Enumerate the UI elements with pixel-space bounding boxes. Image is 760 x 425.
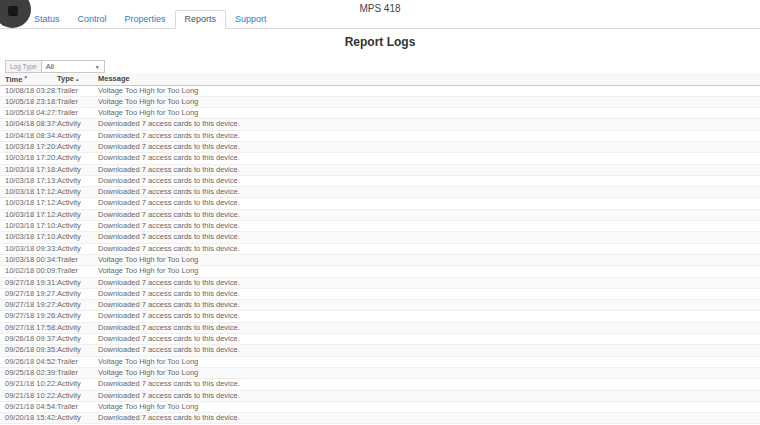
table-row: 09/27/18 19:31:40ActivityDownloaded 7 ac…	[0, 277, 760, 288]
log-type-filter-group: Log Type All ▼	[5, 60, 105, 73]
cell-message: Downloaded 7 access cards to this device…	[98, 198, 760, 209]
table-row: 10/03/18 17:12:48ActivityDownloaded 7 ac…	[0, 198, 760, 209]
cell-type: Trailer	[57, 108, 98, 119]
dropdown-caret-icon: ▼	[95, 64, 100, 70]
tab-status[interactable]: Status	[25, 11, 69, 28]
log-type-selected-value: All	[46, 62, 54, 71]
cell-type: Activity	[57, 300, 98, 311]
column-header-type-label: Type	[57, 74, 74, 83]
report-logs-table: Time ▾ Type ▴ Message 10/08/18 03:28:06T…	[0, 73, 760, 425]
tab-control[interactable]: Control	[69, 11, 116, 28]
cell-type: Activity	[57, 413, 98, 424]
cell-message: Downloaded 7 access cards to this device…	[98, 390, 760, 401]
table-row: 10/05/18 23:18:25TrailerVoltage Too High…	[0, 96, 760, 107]
table-row: 10/04/18 08:37:06ActivityDownloaded 7 ac…	[0, 119, 760, 130]
table-row: 10/03/18 09:33:58ActivityDownloaded 7 ac…	[0, 243, 760, 254]
sort-indicator-time-icon: ▾	[24, 74, 27, 80]
cell-message: Downloaded 7 access cards to this device…	[98, 345, 760, 356]
cell-type: Trailer	[57, 254, 98, 265]
table-row: 10/03/18 17:20:31ActivityDownloaded 7 ac…	[0, 153, 760, 164]
cell-message: Voltage Too High for Too Long	[98, 108, 760, 119]
cell-time: 09/20/18 15:42:57	[0, 413, 57, 424]
cell-time: 10/03/18 17:18:43	[0, 164, 57, 175]
log-type-select[interactable]: All ▼	[41, 60, 105, 73]
table-row: 10/03/18 17:12:06ActivityDownloaded 7 ac…	[0, 209, 760, 220]
cell-message: Downloaded 7 access cards to this device…	[98, 379, 760, 390]
cell-time: 09/27/18 19:31:40	[0, 277, 57, 288]
cell-message: Downloaded 7 access cards to this device…	[98, 164, 760, 175]
filter-bar: Log Type All ▼	[0, 52, 760, 73]
cell-type: Trailer	[57, 266, 98, 277]
cell-message: Downloaded 7 access cards to this device…	[98, 334, 760, 345]
column-header-message-label: Message	[98, 74, 130, 83]
cell-type: Activity	[57, 277, 98, 288]
cell-time: 10/03/18 17:12:06	[0, 209, 57, 220]
cell-time: 09/21/18 04:54:14	[0, 401, 57, 412]
table-row: 10/03/18 17:20:34ActivityDownloaded 7 ac…	[0, 141, 760, 152]
table-row: 09/27/18 19:27:09ActivityDownloaded 7 ac…	[0, 300, 760, 311]
cell-time: 09/27/18 19:27:12	[0, 288, 57, 299]
cell-time: 09/26/18 04:52:30	[0, 356, 57, 367]
cell-time: 09/27/18 17:58:46	[0, 322, 57, 333]
sort-indicator-type-icon: ▴	[76, 76, 79, 82]
cell-type: Trailer	[57, 85, 98, 96]
table-row: 10/03/18 17:10:33ActivityDownloaded 7 ac…	[0, 232, 760, 243]
table-row: 10/03/18 17:12:51ActivityDownloaded 7 ac…	[0, 187, 760, 198]
cell-message: Downloaded 7 access cards to this device…	[98, 413, 760, 424]
column-header-message[interactable]: Message	[98, 73, 760, 85]
table-row: 10/05/18 04:27:01TrailerVoltage Too High…	[0, 108, 760, 119]
cell-message: Voltage Too High for Too Long	[98, 356, 760, 367]
cell-time: 09/21/18 10:22:26	[0, 379, 57, 390]
table-row: 10/03/18 17:10:45ActivityDownloaded 7 ac…	[0, 221, 760, 232]
cell-message: Voltage Too High for Too Long	[98, 401, 760, 412]
cell-time: 10/03/18 00:34:30	[0, 254, 57, 265]
cell-type: Activity	[57, 379, 98, 390]
cell-message: Downloaded 7 access cards to this device…	[98, 322, 760, 333]
cell-time: 09/21/18 10:22:23	[0, 390, 57, 401]
cell-type: Activity	[57, 243, 98, 254]
cell-message: Downloaded 7 access cards to this device…	[98, 130, 760, 141]
cell-time: 09/26/18 09:37:49	[0, 334, 57, 345]
table-row: 10/02/18 00:09:10TrailerVoltage Too High…	[0, 266, 760, 277]
cell-message: Voltage Too High for Too Long	[98, 96, 760, 107]
cell-time: 10/04/18 08:34:30	[0, 130, 57, 141]
cell-message: Downloaded 7 access cards to this device…	[98, 209, 760, 220]
cell-time: 09/25/18 02:39:53	[0, 367, 57, 378]
cell-time: 09/26/18 09:35:52	[0, 345, 57, 356]
table-row: 09/21/18 10:22:26ActivityDownloaded 7 ac…	[0, 379, 760, 390]
cell-type: Activity	[57, 164, 98, 175]
cell-type: Activity	[57, 130, 98, 141]
column-header-time[interactable]: Time ▾	[0, 73, 57, 85]
cell-type: Activity	[57, 175, 98, 186]
cell-message: Downloaded 7 access cards to this device…	[98, 141, 760, 152]
cell-message: Voltage Too High for Too Long	[98, 367, 760, 378]
cell-message: Downloaded 7 access cards to this device…	[98, 288, 760, 299]
cell-message: Downloaded 7 access cards to this device…	[98, 153, 760, 164]
cell-message: Downloaded 7 access cards to this device…	[98, 221, 760, 232]
cell-type: Trailer	[57, 96, 98, 107]
table-row: 09/27/18 19:27:12ActivityDownloaded 7 ac…	[0, 288, 760, 299]
cell-type: Activity	[57, 311, 98, 322]
cell-type: Activity	[57, 288, 98, 299]
page-title: Report Logs	[0, 35, 760, 49]
app-logo-inner-icon	[8, 6, 18, 16]
cell-type: Activity	[57, 232, 98, 243]
table-row: 09/27/18 17:58:46ActivityDownloaded 7 ac…	[0, 322, 760, 333]
cell-message: Voltage Too High for Too Long	[98, 85, 760, 96]
tab-support[interactable]: Support	[226, 11, 276, 28]
table-row: 10/03/18 00:34:30TrailerVoltage Too High…	[0, 254, 760, 265]
cell-type: Activity	[57, 221, 98, 232]
tab-reports[interactable]: Reports	[175, 10, 227, 29]
cell-message: Downloaded 7 access cards to this device…	[98, 175, 760, 186]
table-row: 09/27/18 19:26:21ActivityDownloaded 7 ac…	[0, 311, 760, 322]
column-header-type[interactable]: Type ▴	[57, 73, 98, 85]
cell-time: 10/08/18 03:28:06	[0, 85, 57, 96]
table-row: 09/26/18 09:35:52ActivityDownloaded 7 ac…	[0, 345, 760, 356]
log-type-label: Log Type	[5, 60, 41, 73]
cell-message: Voltage Too High for Too Long	[98, 266, 760, 277]
cell-time: 10/03/18 17:13:18	[0, 175, 57, 186]
cell-time: 10/04/18 08:37:06	[0, 119, 57, 130]
cell-time: 10/03/18 17:20:31	[0, 153, 57, 164]
tab-properties[interactable]: Properties	[116, 11, 175, 28]
table-row: 10/08/18 03:28:06TrailerVoltage Too High…	[0, 85, 760, 96]
